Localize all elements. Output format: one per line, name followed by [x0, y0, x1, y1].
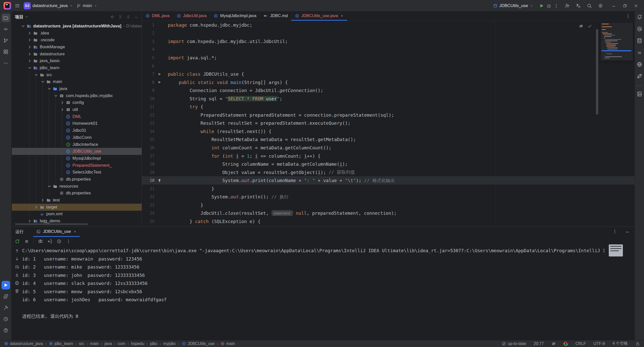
- editor-scrollbar[interactable]: [596, 29, 598, 115]
- run-icon[interactable]: [539, 3, 544, 9]
- highlighting-widget[interactable]: [551, 341, 556, 346]
- breadcrumb-item-jdbcutils_use[interactable]: CJDBCUtils_use: [182, 341, 215, 346]
- line-number[interactable]: 4: [142, 47, 157, 52]
- database-icon[interactable]: [636, 38, 642, 45]
- tree-horizontal-scrollbar[interactable]: [15, 223, 88, 225]
- build-icon[interactable]: [2, 303, 10, 312]
- tree-item-config[interactable]: config: [12, 99, 142, 106]
- tree-item-test[interactable]: test: [12, 197, 142, 204]
- import-icon[interactable]: [47, 239, 52, 244]
- tree-item-target[interactable]: target: [12, 204, 142, 211]
- line-number[interactable]: 10: [142, 96, 157, 101]
- tree-item-bookmanage[interactable]: BookManage: [12, 44, 142, 51]
- bell-icon[interactable]: [636, 14, 642, 21]
- structure-icon[interactable]: [2, 48, 10, 56]
- chevron-right-icon[interactable]: [27, 30, 32, 36]
- editor-tab-jdbcutils_use.java[interactable]: CJDBCUtils_use.java: [291, 12, 347, 21]
- tree-item-pom.xml[interactable]: mpom.xml: [12, 211, 142, 218]
- minimize-button[interactable]: [609, 4, 619, 8]
- chevron-right-icon[interactable]: [27, 58, 32, 64]
- maximize-button[interactable]: [620, 4, 630, 8]
- hide-icon[interactable]: [134, 15, 139, 19]
- tree-item-mysqljdbcimpl[interactable]: CMysqlJdbcImpl: [12, 155, 142, 162]
- chevron-down-icon[interactable]: [25, 15, 28, 19]
- editor-tab-jdbcutil.java[interactable]: CJdbcUtil.java: [173, 12, 210, 21]
- breadcrumb-item-main[interactable]: main: [90, 341, 99, 346]
- tree-item-resources[interactable]: resources: [12, 183, 142, 190]
- check-icon[interactable]: [587, 24, 592, 28]
- kebab-icon[interactable]: [66, 239, 71, 244]
- run-icon[interactable]: [2, 281, 10, 289]
- tree-item-.idea[interactable]: .idea: [12, 30, 142, 37]
- line-number[interactable]: 9: [142, 88, 157, 93]
- tree-item-dml[interactable]: CDML: [12, 113, 142, 120]
- chevron-right-icon[interactable]: [60, 100, 65, 105]
- line-number[interactable]: 23: [142, 203, 157, 207]
- scroll-end-icon[interactable]: [15, 273, 19, 277]
- run-tab[interactable]: JDBCUtils_use: [33, 227, 80, 237]
- locate-icon[interactable]: [110, 15, 114, 19]
- chevron-right-icon[interactable]: [33, 204, 39, 210]
- dictionary-icon[interactable]: [636, 91, 642, 98]
- trash-icon[interactable]: [15, 289, 19, 293]
- line-number[interactable]: 16: [142, 145, 157, 150]
- debug-icon[interactable]: [546, 3, 552, 9]
- chevron-down-icon[interactable]: [20, 23, 26, 29]
- chevron-down-icon[interactable]: [47, 184, 52, 189]
- line-number[interactable]: 17: [142, 154, 157, 158]
- run-config-widget[interactable]: JDBCUtils_use: [493, 3, 533, 8]
- close-small-icon[interactable]: [340, 14, 344, 18]
- project-widget[interactable]: DJ datastructure_java: [24, 2, 73, 9]
- breadcrumb-item-myjdbc[interactable]: myjdbc: [163, 341, 176, 346]
- chevron-down-icon[interactable]: [33, 72, 39, 78]
- editor-tab-mysqljdbcimpl.java[interactable]: CMysqlJdbcImpl.java: [210, 12, 260, 21]
- tree-item-db.properties[interactable]: db.properties: [12, 176, 142, 183]
- line-number[interactable]: 19: [142, 170, 157, 175]
- tree-item-com.hspedu.jdbc.myjdbc[interactable]: com.hspedu.jdbc.myjdbc: [12, 92, 142, 99]
- line-number[interactable]: 12: [142, 113, 157, 117]
- readonly-widget[interactable]: [635, 341, 640, 346]
- vcs-branch-widget[interactable]: main: [76, 3, 97, 8]
- kebab-icon[interactable]: [612, 229, 617, 234]
- console-scroll-preview[interactable]: [609, 244, 623, 256]
- soft-wrap-icon[interactable]: [15, 265, 19, 269]
- tree-item-db.properties[interactable]: db.properties: [12, 190, 142, 197]
- tree-item-util[interactable]: util: [12, 106, 142, 113]
- tree-item-jdbcutils_use[interactable]: CJDBCUtils_use: [12, 148, 142, 155]
- run-icon[interactable]: [157, 72, 162, 76]
- git-branch-icon[interactable]: [2, 36, 10, 45]
- run-icon[interactable]: [157, 80, 162, 84]
- tab-options-kebab-icon[interactable]: [625, 13, 631, 19]
- services-icon[interactable]: [2, 292, 10, 301]
- maven-icon[interactable]: m: [636, 50, 642, 57]
- tree-item-jdbc01[interactable]: CJdbc01: [12, 127, 142, 134]
- git-status-widget[interactable]: up-to-date: [502, 341, 526, 346]
- ai-assistant-icon[interactable]: [636, 26, 642, 33]
- eye-off-icon[interactable]: [579, 24, 583, 28]
- indent-widget[interactable]: 4 个空格: [613, 341, 628, 346]
- more-icon[interactable]: [2, 59, 10, 67]
- code-editor[interactable]: 1package com.hspedu.jdbc.myjdbc;23import…: [142, 21, 634, 227]
- endpoints-icon[interactable]: [636, 61, 642, 68]
- line-number[interactable]: 24: [142, 211, 157, 215]
- kebab-icon[interactable]: [553, 3, 559, 9]
- code-minimap[interactable]: [601, 22, 633, 61]
- tree-item-java_basic[interactable]: java_basic: [12, 57, 142, 64]
- line-number[interactable]: 21: [142, 186, 157, 191]
- console-output[interactable]: C:\Users\meowrain\scoop\apps\corretto17-…: [22, 248, 604, 339]
- tree-item-jdbc_learn[interactable]: jdbc_learn: [12, 64, 142, 71]
- tree-item-java[interactable]: java: [12, 85, 142, 92]
- breadcrumb-item-main[interactable]: mmain: [220, 341, 235, 346]
- caret-position-widget[interactable]: 20:77: [534, 341, 544, 346]
- lightbulb-icon[interactable]: [157, 179, 162, 183]
- tree-item-jdbcinterface[interactable]: IJdbcInterface: [12, 141, 142, 148]
- chevron-right-icon[interactable]: [40, 197, 46, 203]
- chevron-down-icon[interactable]: [40, 79, 46, 84]
- spring-icon[interactable]: [636, 73, 642, 80]
- line-number[interactable]: 8: [142, 80, 157, 85]
- chevron-down-icon[interactable]: [53, 93, 59, 99]
- tree-item-src[interactable]: src: [12, 71, 142, 78]
- collapse-all-icon[interactable]: [126, 15, 131, 19]
- line-number[interactable]: 22: [142, 194, 157, 199]
- breadcrumb-item-src[interactable]: src: [79, 341, 84, 346]
